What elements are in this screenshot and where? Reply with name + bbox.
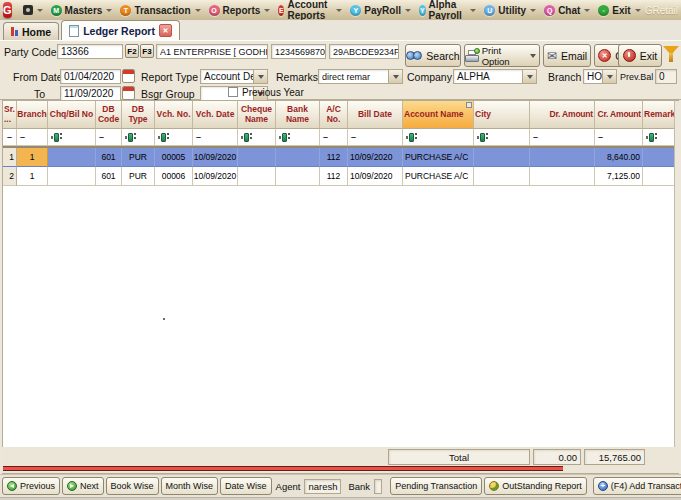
menu-alpha-payroll[interactable]: YAlpha Payroll xyxy=(415,0,480,22)
party-gstin-field[interactable]: 29ABCDE9234F222 xyxy=(329,44,399,59)
dropdown-button[interactable] xyxy=(522,70,536,83)
filter-cell[interactable] xyxy=(155,129,193,146)
print-option-button[interactable]: Print Option xyxy=(464,44,540,67)
header-cell[interactable]: DB Code xyxy=(96,101,122,129)
header-cell[interactable]: Chq/Bil No xyxy=(48,101,96,129)
header-cell[interactable]: Bill Date xyxy=(348,101,403,129)
menu-utility[interactable]: UUtility xyxy=(480,4,540,17)
menu-transaction[interactable]: TTransaction xyxy=(116,4,204,17)
cell-bill-date[interactable]: 10/09/2020 xyxy=(348,148,403,167)
menu-tools[interactable] xyxy=(19,4,47,16)
bank-field[interactable] xyxy=(374,479,382,494)
menu-account-reports[interactable]: EAccount Reports xyxy=(274,0,346,22)
header-cell[interactable]: Cr. Amount xyxy=(595,101,643,129)
tab-close-icon[interactable]: ✕ xyxy=(159,24,172,37)
cell-chq-bil-no[interactable] xyxy=(48,148,96,167)
remarks-select[interactable]: direct remar xyxy=(318,69,403,84)
email-button[interactable]: ✉ Email xyxy=(543,44,591,67)
filter-cell[interactable]: – xyxy=(17,129,48,146)
cell-dr-amount[interactable] xyxy=(530,148,595,167)
filter-cell[interactable] xyxy=(238,129,276,146)
from-date-input[interactable]: 01/04/2020 xyxy=(60,69,121,84)
cell-vch-date[interactable]: 10/09/2020 xyxy=(193,148,238,167)
menu-chat[interactable]: QChat xyxy=(540,4,594,17)
header-cell[interactable]: City xyxy=(474,101,530,129)
previous-button[interactable]: Previous xyxy=(2,477,60,495)
app-logo-icon[interactable]: G xyxy=(3,2,12,18)
cell-account-name[interactable]: PURCHASE A/C xyxy=(403,167,474,186)
cell-cr-amount[interactable]: 7,125.00 xyxy=(595,167,643,186)
filter-funnel-icon[interactable] xyxy=(663,46,679,63)
header-cell[interactable]: Sr. ... xyxy=(3,101,17,129)
filter-cell[interactable]: – xyxy=(193,129,238,146)
filter-cell[interactable]: – xyxy=(595,129,643,146)
pending-transaction-button[interactable]: Pending Transaction xyxy=(390,477,482,495)
menu-payroll[interactable]: YPayRoll xyxy=(346,4,415,17)
header-cell[interactable]: Remarks xyxy=(643,101,675,129)
cell-remarks[interactable] xyxy=(643,148,675,167)
to-date-calendar-icon[interactable] xyxy=(122,86,135,100)
cell-ac-no[interactable]: 112 xyxy=(320,148,348,167)
cell-db-code[interactable]: 601 xyxy=(96,148,122,167)
agent-field[interactable]: naresh xyxy=(304,479,341,494)
vertical-scrollbar[interactable] xyxy=(674,101,679,447)
cell-cheque-name[interactable] xyxy=(238,167,276,186)
report-type-select[interactable]: Account Detail xyxy=(200,69,268,84)
menu-exit[interactable]: ◦Exit xyxy=(594,4,644,17)
cell-bill-date[interactable]: 10/09/2020 xyxy=(348,167,403,186)
cell-city[interactable] xyxy=(474,148,530,167)
cell-bank-name[interactable] xyxy=(276,167,320,186)
row-indicator-cell[interactable]: 1 xyxy=(3,148,17,167)
previous-year-checkbox[interactable] xyxy=(228,87,238,97)
header-cell[interactable]: DB Type xyxy=(122,101,155,129)
cell-cr-amount[interactable]: 8,640.00 xyxy=(595,148,643,167)
dropdown-button[interactable] xyxy=(388,70,402,83)
filter-cell[interactable]: – xyxy=(348,129,403,146)
party-code-input[interactable]: 13366 xyxy=(57,44,123,59)
cell-dr-amount[interactable] xyxy=(530,167,595,186)
filter-cell[interactable] xyxy=(122,129,155,146)
cell-branch[interactable]: 1 xyxy=(17,167,48,186)
header-cell[interactable]: Branch xyxy=(17,101,48,129)
cell-account-name[interactable]: PURCHASE A/C xyxy=(403,148,474,167)
filter-cell[interactable]: – xyxy=(3,129,17,146)
tab-ledger-report[interactable]: Ledger Report ✕ xyxy=(61,20,180,40)
header-cell[interactable]: Vch. Date xyxy=(193,101,238,129)
filter-cell[interactable] xyxy=(474,129,530,146)
header-cell[interactable]: Vch. No. xyxy=(155,101,193,129)
company-select[interactable]: ALPHA xyxy=(453,69,537,84)
party-phone-field[interactable]: 1234569870 xyxy=(271,44,326,59)
from-date-calendar-icon[interactable] xyxy=(122,69,135,83)
header-cell-account-name[interactable]: Account Name xyxy=(403,101,474,129)
sort-pin-icon[interactable] xyxy=(466,102,472,108)
cell-remarks[interactable] xyxy=(643,167,675,186)
outstanding-report-button[interactable]: OutStanding Report xyxy=(484,477,587,495)
filter-cell[interactable]: – xyxy=(530,129,595,146)
cell-chq-bil-no[interactable] xyxy=(48,167,96,186)
f3-button[interactable]: F3 xyxy=(140,44,154,58)
cell-vch-no[interactable]: 00006 xyxy=(155,167,193,186)
month-wise-button[interactable]: Month Wise xyxy=(161,477,219,495)
filter-cell[interactable] xyxy=(48,129,96,146)
add-transaction-button[interactable]: +(F4) Add Transaction xyxy=(593,477,681,495)
date-wise-button[interactable]: Date Wise xyxy=(220,477,272,495)
party-name-field[interactable]: A1 ENTERPRISE [ GODHRA ] xyxy=(156,44,268,59)
table-row[interactable]: 1 1 601 PUR 00005 10/09/2020 112 10/09/2… xyxy=(3,148,679,167)
cell-branch[interactable]: 1 xyxy=(17,148,48,167)
branch-select[interactable]: HO xyxy=(583,69,617,84)
cell-city[interactable] xyxy=(474,167,530,186)
menu-masters[interactable]: MMasters xyxy=(47,4,117,17)
menu-reports[interactable]: OReports xyxy=(205,4,275,17)
header-cell[interactable]: A/C No. xyxy=(320,101,348,129)
cell-ac-no[interactable]: 112 xyxy=(320,167,348,186)
next-button[interactable]: Next xyxy=(62,477,104,495)
search-button[interactable]: Search xyxy=(405,44,461,67)
filter-cell[interactable] xyxy=(643,129,675,146)
header-cell[interactable]: Dr. Amount xyxy=(530,101,595,129)
filter-cell[interactable]: – xyxy=(320,129,348,146)
header-cell[interactable]: Cheque Name xyxy=(238,101,276,129)
filter-cell[interactable]: – xyxy=(96,129,122,146)
cell-cheque-name[interactable] xyxy=(238,148,276,167)
prev-bal-field[interactable]: 0 xyxy=(655,69,677,84)
table-row[interactable]: 2 1 601 PUR 00006 10/09/2020 112 10/09/2… xyxy=(3,167,679,186)
